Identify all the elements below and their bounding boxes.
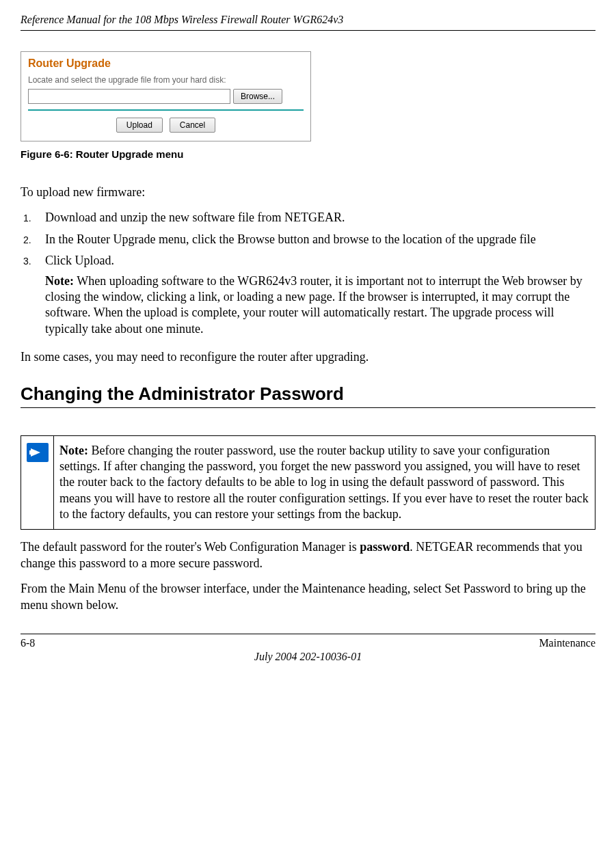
intro-text: To upload new firmware:	[21, 185, 595, 200]
default-password-paragraph: The default password for the router's We…	[21, 539, 595, 571]
footer-section-name: Maintenance	[539, 637, 595, 649]
default-pw-bold: password	[360, 540, 410, 554]
file-path-input[interactable]	[28, 89, 230, 104]
action-buttons-row: Upload Cancel	[28, 118, 304, 133]
note-label: Note:	[45, 274, 74, 288]
note-icon-cell	[21, 435, 54, 530]
document-header-title: Reference Manual for the 108 Mbps Wirele…	[21, 14, 595, 31]
note-body: When uploading software to the WGR624v3 …	[45, 274, 582, 336]
menu-navigation-text: From the Main Menu of the browser interf…	[21, 581, 595, 613]
cancel-button[interactable]: Cancel	[170, 118, 215, 133]
note-box: Note: Before changing the router passwor…	[21, 435, 595, 530]
router-upgrade-heading: Router Upgrade	[28, 57, 304, 70]
arrow-icon	[27, 443, 49, 462]
footer-date: July 2004 202-10036-01	[21, 651, 595, 663]
note-box-prefix: Note:	[59, 444, 88, 457]
default-pw-pre: The default password for the router's We…	[21, 540, 360, 554]
router-upgrade-screenshot: Router Upgrade Locate and select the upg…	[21, 51, 311, 141]
note-after-step3: Note: When uploading software to the WGR…	[45, 273, 595, 338]
step-item: In the Router Upgrade menu, click the Br…	[21, 232, 595, 247]
page-footer: 6-8 Maintenance July 2004 202-10036-01	[21, 634, 595, 663]
file-selection-row: Browse...	[28, 89, 304, 104]
section-rule	[21, 407, 595, 408]
steps-list: Download and unzip the new software file…	[21, 210, 595, 337]
browse-button[interactable]: Browse...	[233, 89, 282, 104]
footer-page-number: 6-8	[21, 637, 35, 649]
step-item: Click Upload. Note: When uploading softw…	[21, 253, 595, 337]
section-heading: Changing the Administrator Password	[21, 383, 595, 405]
figure-caption: Figure 6-6: Router Upgrade menu	[21, 148, 595, 160]
reconfigure-text: In some cases, you may need to reconfigu…	[21, 349, 595, 365]
step-3-text: Click Upload.	[45, 254, 114, 267]
step-item: Download and unzip the new software file…	[21, 210, 595, 226]
note-text-cell: Note: Before changing the router passwor…	[54, 435, 595, 530]
upgrade-instruction-text: Locate and select the upgrade file from …	[28, 75, 304, 85]
teal-divider	[28, 109, 304, 111]
note-box-text: Before changing the router password, use…	[59, 444, 589, 522]
upload-button[interactable]: Upload	[116, 118, 163, 133]
